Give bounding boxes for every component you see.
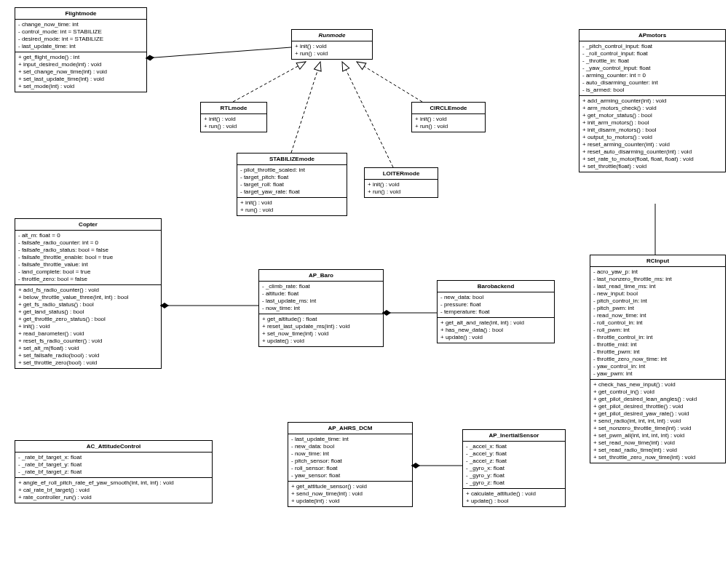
class-title: AC_AttitudeControl	[15, 441, 212, 453]
class-barobackend: Barobackend - new_data: bool - pressure:…	[437, 280, 555, 343]
class-attrs: - new_data: bool - pressure: float - tem…	[438, 292, 554, 318]
class-circlemode: CIRCLEmode + init() : void + run() : voi…	[411, 102, 486, 132]
class-title: STABILIZEmode	[237, 154, 347, 165]
class-copter: Copter - alt_m: float = 0 - failsafe_rad…	[15, 218, 162, 369]
class-methods: + get_attitude_sensor() : void + send_no…	[288, 482, 412, 506]
class-methods: + init() : void + run() : void	[292, 41, 372, 59]
class-apmotors: APmotors - _pitch_control_input: float -…	[579, 29, 726, 172]
class-methods: + get_alt_and_rate(int, int) : void + ha…	[438, 318, 554, 343]
class-title: CIRCLEmode	[412, 103, 485, 114]
class-title: AP_AHRS_DCM	[288, 423, 412, 434]
svg-line-2	[146, 47, 291, 58]
class-title: RCInput	[590, 255, 725, 267]
class-title: AP_Baro	[259, 270, 383, 282]
class-title: AP_InertialSensor	[463, 430, 565, 442]
class-methods: + get_flight_mode() : int + input_desire…	[15, 52, 146, 92]
svg-line-5	[342, 62, 393, 167]
class-stabilizemode: STABILIZEmode - pilot_throttle_scaled: i…	[237, 153, 347, 216]
class-attrs: - acro_yaw_p: int - last_nonzero_throttl…	[590, 267, 725, 380]
class-apbaro: AP_Baro - _climb_rate: float - altitude:…	[258, 269, 384, 347]
class-methods: + get_altitude() : float + reset_last_up…	[259, 314, 383, 346]
class-title: Flightmode	[15, 8, 146, 20]
class-methods: + angle_ef_roll_pitch_rate_ef_yaw_smooth…	[15, 478, 212, 503]
class-title: APmotors	[579, 30, 725, 41]
class-flightmode: Flightmode - change_now_time: int - cont…	[15, 7, 147, 92]
svg-line-3	[233, 62, 306, 102]
class-title: Barobackend	[438, 281, 554, 292]
class-methods: + add_fs_radio_counter() : void + below_…	[15, 285, 161, 368]
class-methods: + add_arming_counter(int) : void + arm_m…	[579, 96, 725, 172]
class-attrs: - _pitch_control_input: float - _roll_co…	[579, 41, 725, 96]
class-methods: + init() : void + run() : void	[201, 114, 266, 132]
class-attrs: - pilot_throttle_scaled: int - target_pi…	[237, 165, 347, 198]
class-attrs: - alt_m: float = 0 - failsafe_radio_coun…	[15, 231, 161, 285]
class-attrs: - last_update_time: int - new_data: bool…	[288, 434, 412, 482]
svg-line-6	[357, 62, 422, 102]
class-methods: + init() : void + run() : void	[237, 198, 347, 215]
class-rcinput: RCInput - acro_yaw_p: int - last_nonzero…	[590, 255, 726, 463]
class-attrs: - _climb_rate: float - altitude: float -…	[259, 282, 383, 314]
class-apahrsdcm: AP_AHRS_DCM - last_update_time: int - ne…	[288, 422, 413, 507]
svg-line-4	[291, 62, 320, 153]
class-title: RTLmode	[201, 103, 266, 114]
class-title: LOITERmode	[365, 168, 438, 180]
class-title: Runmode	[292, 30, 372, 41]
class-apinertialsensor: AP_InertialSensor - _accel_x: float - _a…	[462, 429, 566, 507]
class-title: Copter	[15, 219, 161, 231]
class-methods: + calculate_attitude() : void + update()…	[463, 489, 565, 506]
class-attrs: - change_now_time: int - control_mode: i…	[15, 20, 146, 52]
class-runmode: Runmode + init() : void + run() : void	[291, 29, 373, 60]
class-methods: + init() : void + run() : void	[365, 180, 438, 197]
class-methods: + init() : void + run() : void	[412, 114, 485, 132]
class-attitudecontrol: AC_AttitudeControl - _rate_bf_target_x: …	[15, 440, 213, 503]
class-loitermode: LOITERmode + init() : void + run() : voi…	[364, 167, 438, 198]
class-rtlmode: RTLmode + init() : void + run() : void	[200, 102, 267, 132]
class-methods: + check_has_new_input() : void + get_con…	[590, 380, 725, 463]
class-attrs: - _accel_x: float - _accel_y: float - _a…	[463, 442, 565, 489]
class-attrs: - _rate_bf_target_x: float - _rate_bf_ta…	[15, 453, 212, 478]
